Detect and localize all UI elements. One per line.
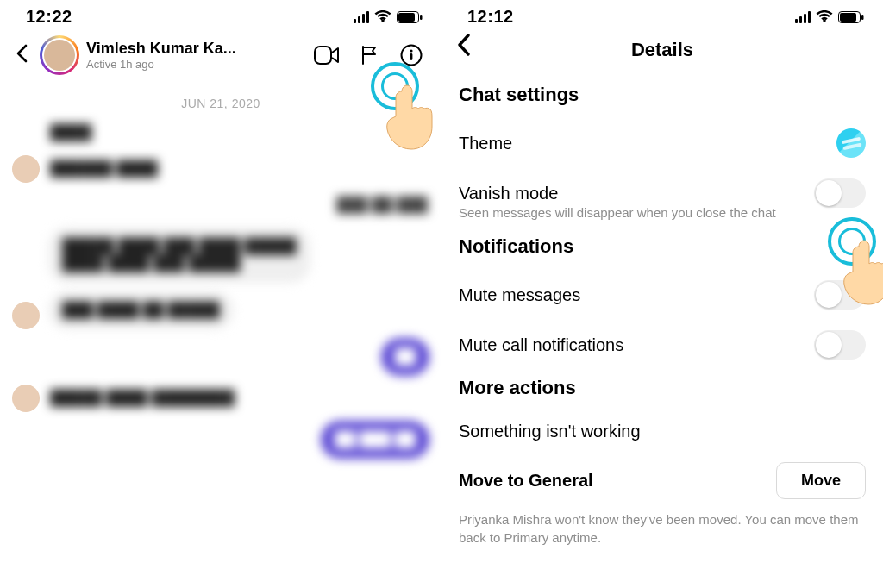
status-time: 12:12: [467, 7, 514, 27]
message-row[interactable]: █████ ████ ████████: [12, 385, 429, 412]
vanish-mode-row: Vanish mode Seen messages will disappear…: [459, 168, 866, 222]
page-title: Details: [631, 39, 693, 61]
video-call-button[interactable]: [307, 42, 347, 68]
move-general-label: Move to General: [459, 471, 593, 491]
mute-calls-row: Mute call notifications: [459, 320, 866, 370]
details-header: Details: [442, 30, 883, 77]
svg-rect-3: [315, 47, 331, 64]
move-general-row: Move to General Move: [459, 452, 866, 510]
status-time: 12:22: [26, 7, 72, 27]
status-bar: 12:22: [0, 0, 442, 30]
message-bubble[interactable]: ███ ██ ███: [335, 191, 429, 219]
cellular-icon: [354, 11, 369, 23]
theme-row[interactable]: Theme: [459, 118, 866, 168]
mute-calls-toggle[interactable]: [814, 330, 866, 360]
status-icons: [795, 10, 864, 23]
battery-icon: [397, 11, 423, 23]
chat-screen: 12:22 Vimlesh Kumar Ka... Active 1h ago: [0, 0, 442, 588]
svg-rect-1: [398, 13, 415, 22]
theme-label: Theme: [459, 134, 512, 153]
details-screen: 12:12 Details Chat settings Theme Vanish…: [442, 0, 883, 588]
back-button[interactable]: [10, 42, 33, 69]
date-separator: JUN 21, 2020: [0, 84, 442, 119]
status-bar: 12:12: [442, 0, 883, 30]
svg-rect-2: [420, 15, 423, 20]
mute-calls-label: Mute call notifications: [459, 335, 623, 355]
theme-swatch-icon: [836, 128, 866, 158]
not-working-row[interactable]: Something isn't working: [459, 411, 866, 452]
sender-avatar[interactable]: [12, 155, 40, 183]
svg-rect-9: [861, 15, 864, 20]
message-bubble[interactable]: █████ ████ ████████: [48, 385, 236, 412]
message-row[interactable]: ██ ███ ██: [12, 421, 429, 459]
chat-title-block[interactable]: Vimlesh Kumar Ka... Active 1h ago: [86, 40, 300, 71]
vanish-mode-label: Vanish mode: [459, 184, 558, 203]
contact-status: Active 1h ago: [86, 58, 300, 71]
not-working-label: Something isn't working: [459, 422, 641, 441]
message-row[interactable]: ██████ ████: [12, 155, 429, 183]
vanish-mode-subtitle: Seen messages will disappear when you cl…: [459, 204, 866, 222]
message-row[interactable]: ██: [12, 338, 429, 376]
move-button[interactable]: Move: [776, 462, 866, 499]
message-list[interactable]: ████ ██████ ████ ███ ██ ███ █████ ████ █…: [0, 119, 442, 459]
message-bubble[interactable]: █████ ████ ███ ████ █████████ ████ ███ █…: [48, 228, 310, 283]
message-bubble[interactable]: ██: [381, 338, 429, 376]
message-bubble[interactable]: ██████ ████: [48, 155, 160, 183]
vanish-mode-toggle[interactable]: [814, 178, 866, 208]
message-row[interactable]: ███ ████ ██ █████: [12, 291, 429, 329]
message-row[interactable]: ████: [12, 119, 429, 147]
svg-rect-6: [410, 53, 413, 60]
wifi-icon: [374, 10, 391, 23]
cellular-icon: [795, 11, 811, 23]
mute-messages-label: Mute messages: [459, 285, 580, 305]
mute-messages-row: Mute messages: [459, 270, 866, 320]
sender-avatar[interactable]: [12, 302, 40, 329]
flag-button[interactable]: [354, 41, 386, 69]
svg-rect-8: [840, 13, 856, 22]
sender-avatar[interactable]: [12, 385, 40, 412]
section-heading: Notifications: [459, 228, 866, 270]
info-button[interactable]: [393, 41, 429, 70]
chat-header: Vimlesh Kumar Ka... Active 1h ago: [0, 30, 442, 84]
section-heading: Chat settings: [459, 77, 866, 118]
message-row[interactable]: ███ ██ ███: [12, 191, 429, 219]
contact-avatar[interactable]: [40, 35, 79, 75]
message-bubble[interactable]: ██ ███ ██: [321, 421, 429, 459]
back-button[interactable]: [452, 34, 476, 62]
wifi-icon: [816, 10, 833, 23]
svg-point-5: [410, 49, 412, 52]
mute-messages-toggle[interactable]: [814, 280, 866, 310]
message-row[interactable]: █████ ████ ███ ████ █████████ ████ ███ █…: [12, 228, 429, 283]
section-heading: More actions: [459, 370, 866, 411]
message-bubble[interactable]: ████: [48, 119, 93, 147]
message-bubble[interactable]: ███ ████ ██ █████: [48, 291, 234, 329]
chat-settings-section: Chat settings Theme Vanish mode Seen mes…: [442, 77, 883, 510]
move-footnote: Priyanka Mishra won't know they've been …: [442, 510, 883, 547]
status-icons: [354, 10, 423, 23]
battery-icon: [838, 11, 864, 23]
contact-name: Vimlesh Kumar Ka...: [86, 40, 300, 58]
